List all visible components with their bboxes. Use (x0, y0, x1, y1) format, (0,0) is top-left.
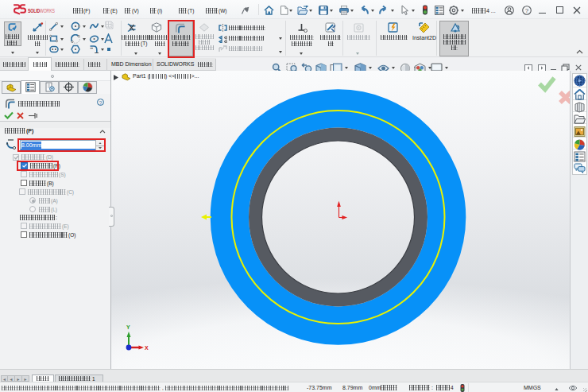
svg-text:X: X (145, 345, 149, 351)
svg-text:?: ? (525, 7, 529, 14)
svg-text:Y: Y (126, 324, 130, 330)
